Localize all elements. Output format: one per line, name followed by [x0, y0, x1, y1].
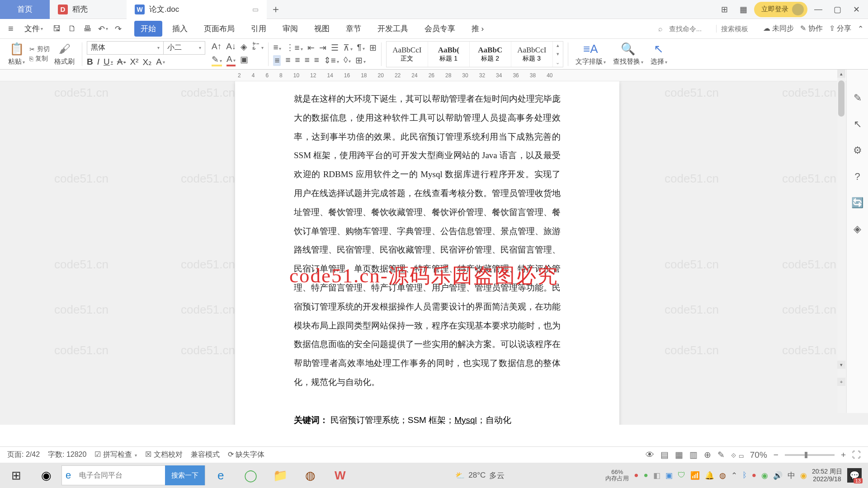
- bluetooth-icon[interactable]: ᛒ: [742, 471, 747, 480]
- format-painter-group[interactable]: 🖌 格式刷: [52, 40, 77, 69]
- wps-icon[interactable]: W: [326, 464, 354, 487]
- para-marks-icon[interactable]: ¶▾: [357, 42, 365, 53]
- indent-icon[interactable]: ⇥: [319, 42, 326, 53]
- copy-button[interactable]: ⎘ 复制: [29, 55, 50, 63]
- search-command-input[interactable]: [669, 25, 710, 33]
- rtab-member[interactable]: 会员专享: [418, 21, 462, 37]
- zoom-in-button[interactable]: +: [841, 450, 846, 460]
- select-group[interactable]: ↖ 选择▾: [648, 40, 670, 69]
- pencil-icon[interactable]: ✎: [854, 92, 862, 104]
- align-right-icon[interactable]: ≡: [295, 55, 300, 66]
- tray-icon[interactable]: ▣: [665, 471, 673, 480]
- help-icon[interactable]: ?: [854, 171, 860, 183]
- strikethrough-button[interactable]: A▾: [117, 57, 126, 67]
- text-effects-button[interactable]: A▾: [156, 57, 165, 67]
- notification-icon[interactable]: 🔔: [705, 471, 714, 480]
- print-icon[interactable]: 🖶: [81, 22, 94, 36]
- start-button[interactable]: ⊞: [2, 464, 31, 487]
- zoom-in-icon[interactable]: +: [837, 378, 845, 386]
- translate-icon[interactable]: 🔄: [851, 197, 863, 209]
- highlight-tool-icon[interactable]: ✎: [717, 450, 725, 460]
- fullscreen-icon[interactable]: ⛶: [852, 450, 861, 460]
- tray-icon[interactable]: ●: [643, 471, 648, 480]
- close-button[interactable]: ✕: [848, 1, 864, 18]
- sort-icon[interactable]: ☰: [331, 42, 339, 53]
- redo-icon[interactable]: ↷: [112, 22, 125, 36]
- decrease-font-icon[interactable]: A↓: [226, 42, 236, 52]
- bold-button[interactable]: B: [87, 57, 93, 67]
- font-name-select[interactable]: 黑体▾: [87, 41, 164, 55]
- copilot-icon[interactable]: ◉: [32, 464, 61, 487]
- document-page[interactable]: 就是在这样的大环境下诞生，其可以帮助管理者在短时间内处理完毕庞大的数据信息，使用…: [235, 81, 619, 425]
- login-button[interactable]: 立即登录: [754, 2, 807, 17]
- paste-icon[interactable]: 📋: [9, 42, 24, 56]
- grid1-icon[interactable]: ⊞: [716, 1, 732, 18]
- shading-icon[interactable]: ◊▾: [344, 55, 351, 66]
- scroll-down-icon[interactable]: ▾: [837, 361, 845, 369]
- chevron-up-icon[interactable]: ⌃: [731, 471, 737, 480]
- eye-icon[interactable]: 👁: [646, 450, 654, 460]
- tab-dropdown-icon[interactable]: ▭: [252, 5, 259, 14]
- tab-document[interactable]: W 论文.doc ▭: [127, 0, 267, 19]
- wifi-icon[interactable]: 📶: [690, 471, 700, 480]
- underline-button[interactable]: U▾: [104, 57, 113, 67]
- rtab-chapter[interactable]: 章节: [340, 21, 368, 37]
- rtab-layout[interactable]: 页面布局: [198, 21, 241, 37]
- missing-fonts[interactable]: ⟳ 缺失字体: [228, 450, 264, 460]
- edge-icon[interactable]: e: [206, 464, 235, 487]
- style-scroll[interactable]: ▴▾⌄: [553, 42, 563, 67]
- grid2-icon[interactable]: ▦: [735, 1, 751, 18]
- share-button[interactable]: ⇪ 分享: [829, 24, 851, 33]
- align-left-icon[interactable]: ≡: [273, 55, 281, 66]
- maximize-button[interactable]: ▢: [829, 1, 845, 18]
- volume-icon[interactable]: 🔊: [773, 471, 783, 480]
- rtab-start[interactable]: 开始: [134, 21, 162, 37]
- align-justify-icon[interactable]: ≡: [305, 55, 310, 66]
- tray-icon[interactable]: ●: [634, 471, 638, 480]
- clock[interactable]: 20:52 周日 2022/9/18: [812, 468, 842, 483]
- phonetic-icon[interactable]: ㍏▾: [252, 42, 264, 52]
- align-distribute-icon[interactable]: ≡: [314, 55, 319, 66]
- rtab-devtools[interactable]: 开发工具: [371, 21, 415, 37]
- fit-width-icon[interactable]: ⟐ ▭: [731, 450, 743, 460]
- borders-icon[interactable]: ⊞: [369, 42, 377, 53]
- rtab-review[interactable]: 审阅: [276, 21, 304, 37]
- subscript-button[interactable]: X₂: [142, 57, 152, 67]
- search-template-input[interactable]: [716, 25, 757, 33]
- collapse-ribbon-icon[interactable]: ⌃: [858, 24, 863, 33]
- ruler[interactable]: 246810121416182022242628303234363840: [0, 70, 868, 81]
- save-icon[interactable]: 🖫: [50, 22, 64, 36]
- tab-home[interactable]: 首页: [0, 0, 50, 19]
- italic-button[interactable]: I: [97, 57, 99, 67]
- rtab-reference[interactable]: 引用: [245, 21, 273, 37]
- zoom-level[interactable]: 70%: [750, 450, 767, 460]
- tray-icon[interactable]: ◉: [800, 471, 807, 480]
- web-layout-icon[interactable]: ⊕: [704, 450, 711, 460]
- page-indicator[interactable]: 页面: 2/42: [7, 450, 40, 460]
- highlight-button[interactable]: ✎▾: [212, 54, 222, 66]
- location-icon[interactable]: ◈: [854, 223, 861, 235]
- undo-icon[interactable]: ↶▾: [96, 22, 110, 36]
- cursor-icon[interactable]: ↖: [854, 118, 862, 130]
- print-preview-icon[interactable]: 🗋: [66, 22, 79, 36]
- tray-icon[interactable]: ◧: [653, 471, 660, 480]
- tray-icon[interactable]: ◍: [719, 471, 726, 480]
- cut-button[interactable]: ✂ 剪切: [29, 45, 50, 53]
- tray-icon[interactable]: ◉: [761, 471, 768, 480]
- tab-add[interactable]: +: [267, 3, 285, 16]
- superscript-button[interactable]: X²: [130, 57, 138, 67]
- settings-icon[interactable]: ⚙: [853, 145, 862, 156]
- numbering-icon[interactable]: ⋮≡▾: [286, 42, 302, 53]
- find-replace-group[interactable]: 🔍 查找替换▾: [610, 40, 646, 69]
- outline-icon[interactable]: ▥: [689, 450, 698, 460]
- vertical-scrollbar[interactable]: ▴ ▾ +: [837, 70, 845, 413]
- rtab-insert[interactable]: 插入: [166, 21, 194, 37]
- style-h3[interactable]: AaBbCcI标题 3: [511, 42, 553, 67]
- zoom-out-button[interactable]: −: [774, 450, 778, 460]
- word-count[interactable]: 字数: 12820: [48, 450, 86, 460]
- compat-mode[interactable]: 兼容模式: [191, 450, 220, 460]
- read-mode-icon[interactable]: ▤: [660, 450, 669, 460]
- increase-font-icon[interactable]: A↑: [212, 42, 222, 52]
- outdent-icon[interactable]: ⇤: [307, 42, 315, 53]
- rtab-more[interactable]: 推 ›: [465, 21, 490, 37]
